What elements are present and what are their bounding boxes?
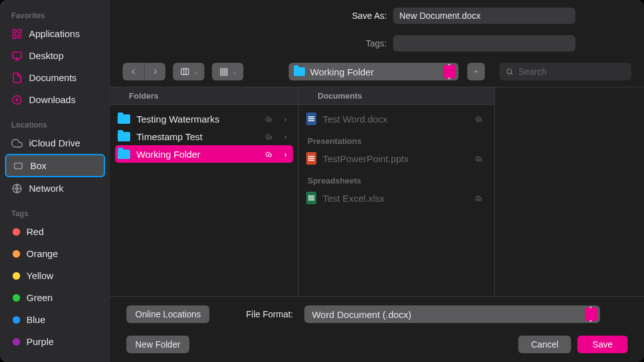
sidebar-tag-purple[interactable]: Purple bbox=[0, 331, 110, 353]
tag-dot-icon bbox=[13, 316, 20, 324]
file-row[interactable]: Test Word.docx bbox=[304, 110, 489, 128]
chevron-down-icon: ⌄ bbox=[193, 69, 198, 75]
svg-rect-0 bbox=[13, 30, 16, 33]
sidebar-item-box[interactable]: Box bbox=[5, 154, 105, 177]
box-icon bbox=[13, 160, 24, 172]
svg-rect-10 bbox=[225, 69, 227, 71]
folder-icon bbox=[294, 67, 305, 76]
sidebar-item-icloud[interactable]: iCloud Drive bbox=[0, 132, 110, 154]
online-locations-button[interactable]: Online Locations bbox=[126, 305, 209, 323]
document-icon bbox=[11, 72, 23, 84]
folder-row-selected[interactable]: Working Folder › bbox=[115, 145, 293, 163]
tag-dot-icon bbox=[13, 228, 20, 236]
sidebar: Favorites Applications Desktop Documents bbox=[0, 0, 110, 362]
file-row[interactable]: Test Excel.xlsx bbox=[304, 189, 489, 207]
cloud-icon bbox=[262, 132, 275, 141]
view-columns-button[interactable]: ⌄ bbox=[173, 63, 204, 80]
svg-rect-4 bbox=[13, 52, 21, 58]
file-format-value: Word Document (.docx) bbox=[312, 309, 580, 320]
sidebar-item-label: Blue bbox=[26, 314, 45, 325]
sidebar-item-label: Applications bbox=[29, 28, 80, 39]
sidebar-item-label: Box bbox=[30, 160, 47, 171]
file-browser: Folders Testing Watermarks › Timestamp T… bbox=[110, 87, 644, 297]
back-button[interactable] bbox=[123, 63, 144, 80]
save-as-label: Save As: bbox=[110, 11, 387, 21]
column-heading: Documents bbox=[299, 87, 494, 105]
excel-file-icon bbox=[306, 192, 316, 204]
forward-button[interactable] bbox=[144, 63, 165, 80]
sidebar-item-desktop[interactable]: Desktop bbox=[0, 45, 110, 67]
download-icon bbox=[11, 94, 23, 106]
cancel-button[interactable]: Cancel bbox=[518, 336, 571, 353]
save-dialog: Favorites Applications Desktop Documents bbox=[0, 0, 644, 362]
chevron-down-icon: ⌄ bbox=[232, 69, 237, 75]
column-files: Documents Test Word.docx Presentations T… bbox=[299, 87, 495, 296]
folder-icon bbox=[118, 150, 130, 159]
folder-icon bbox=[118, 114, 130, 124]
svg-rect-1 bbox=[18, 30, 21, 33]
tag-dot-icon bbox=[13, 272, 20, 280]
cloud-icon bbox=[472, 194, 486, 202]
files-subheading: Presentations bbox=[304, 128, 489, 150]
cloud-icon bbox=[11, 138, 23, 149]
location-popup[interactable]: Working Folder bbox=[289, 63, 458, 80]
file-format-select[interactable]: Word Document (.docx) bbox=[304, 305, 600, 323]
sidebar-tag-red[interactable]: Red bbox=[0, 221, 110, 243]
sidebar-tag-blue[interactable]: Blue bbox=[0, 309, 110, 331]
svg-rect-12 bbox=[225, 73, 227, 75]
save-as-row: Save As: bbox=[110, 0, 644, 28]
cloud-icon bbox=[472, 154, 486, 163]
folder-icon bbox=[118, 132, 130, 141]
tags-input[interactable] bbox=[393, 35, 575, 52]
new-folder-button[interactable]: New Folder bbox=[126, 336, 189, 353]
collapse-button[interactable] bbox=[467, 63, 485, 80]
main-panel: Save As: Tags: ⌄ ⌄ bbox=[110, 0, 644, 362]
location-label: Working Folder bbox=[310, 67, 438, 77]
save-button[interactable]: Save bbox=[577, 336, 628, 353]
file-format-label: File Format: bbox=[246, 309, 293, 319]
search-input[interactable] bbox=[518, 66, 625, 77]
folder-row[interactable]: Testing Watermarks › bbox=[115, 110, 293, 128]
stepper-icon bbox=[443, 65, 456, 79]
sidebar-tag-yellow[interactable]: Yellow bbox=[0, 265, 110, 287]
tag-dot-icon bbox=[13, 250, 20, 258]
folder-label: Working Folder bbox=[136, 149, 255, 160]
sidebar-tag-green[interactable]: Green bbox=[0, 287, 110, 309]
word-file-icon bbox=[306, 112, 316, 125]
sidebar-heading-tags: Tags bbox=[0, 204, 110, 221]
filename-input[interactable] bbox=[393, 8, 575, 24]
desktop-icon bbox=[11, 50, 23, 62]
sidebar-item-label: Yellow bbox=[26, 270, 53, 281]
svg-rect-8 bbox=[181, 69, 189, 74]
view-grid-button[interactable]: ⌄ bbox=[212, 63, 243, 80]
search-field[interactable] bbox=[499, 63, 631, 80]
svg-point-3 bbox=[18, 35, 21, 38]
sidebar-item-documents[interactable]: Documents bbox=[0, 67, 110, 89]
bottom-bar: Online Locations File Format: Word Docum… bbox=[110, 297, 644, 362]
sidebar-item-applications[interactable]: Applications bbox=[0, 23, 110, 45]
column-preview bbox=[495, 87, 644, 296]
folder-row[interactable]: Timestamp Test › bbox=[115, 128, 293, 145]
files-subheading: Spreadsheets bbox=[304, 167, 489, 189]
file-label: TestPowerPoint.pptx bbox=[323, 153, 465, 164]
chevron-right-icon: › bbox=[282, 132, 289, 141]
cloud-icon bbox=[262, 114, 275, 123]
chevron-right-icon: › bbox=[282, 114, 289, 124]
column-heading: Folders bbox=[110, 87, 298, 105]
tags-label: Tags: bbox=[110, 38, 387, 48]
svg-rect-9 bbox=[221, 69, 223, 71]
tag-dot-icon bbox=[13, 338, 20, 346]
file-row[interactable]: TestPowerPoint.pptx bbox=[304, 150, 489, 167]
svg-point-13 bbox=[507, 69, 511, 74]
toolbar: ⌄ ⌄ Working Folder bbox=[110, 55, 644, 87]
sidebar-tag-orange[interactable]: Orange bbox=[0, 243, 110, 265]
format-row: Online Locations File Format: Word Docum… bbox=[126, 305, 628, 323]
chevron-right-icon: › bbox=[282, 150, 289, 159]
sidebar-item-label: Desktop bbox=[29, 50, 64, 61]
tags-row: Tags: bbox=[110, 28, 644, 55]
sidebar-item-network[interactable]: Network bbox=[0, 177, 110, 199]
folder-label: Testing Watermarks bbox=[136, 114, 255, 124]
sidebar-item-label: Documents bbox=[29, 72, 77, 83]
sidebar-item-downloads[interactable]: Downloads bbox=[0, 89, 110, 111]
file-label: Test Word.docx bbox=[323, 114, 465, 124]
